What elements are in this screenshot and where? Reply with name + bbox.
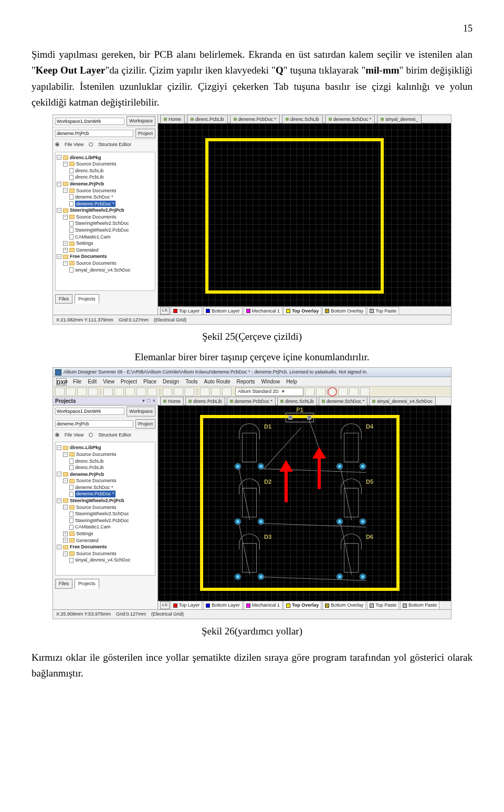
expander-icon[interactable]: −: [57, 208, 61, 213]
sidebar-tab-files[interactable]: Files: [55, 294, 72, 304]
component-d1[interactable]: D1: [234, 423, 265, 472]
toolbar-button[interactable]: [136, 388, 146, 396]
tree-item[interactable]: direnc.PcbLib: [75, 174, 104, 181]
toolbar-button[interactable]: [125, 388, 135, 396]
toolbar-button[interactable]: [66, 388, 76, 396]
workspace-combo[interactable]: [55, 408, 124, 415]
tree-item[interactable]: direnc.SchLib: [75, 168, 104, 174]
tab-direnc-schlib[interactable]: direnc.SchLib: [282, 114, 323, 123]
layer-top-overlay[interactable]: Top Overlay: [284, 307, 321, 315]
tree-item[interactable]: Settings: [76, 530, 93, 537]
tree-item[interactable]: deneme.SchDoc *: [75, 194, 113, 201]
tree-item-selected[interactable]: deneme.PcbDoc *: [75, 491, 116, 497]
expander-icon[interactable]: −: [63, 452, 68, 457]
tree-item[interactable]: Generated: [76, 537, 99, 544]
project-tree[interactable]: −direnc.LibPkg −Source Documents direnc.…: [55, 152, 155, 291]
tree-deneme-prj[interactable]: deneme.PrjPcb: [70, 181, 104, 188]
expander-icon[interactable]: −: [57, 445, 61, 450]
expander-icon[interactable]: −: [63, 505, 68, 509]
radio-structure[interactable]: [89, 433, 93, 437]
tree-direnc-libpkg[interactable]: direnc.LibPkg: [70, 154, 101, 161]
menu-window[interactable]: Window: [261, 378, 280, 386]
tree-item[interactable]: Free Documents: [70, 544, 107, 550]
component-d4[interactable]: D4: [335, 423, 367, 472]
project-tree[interactable]: −direnc.LibPkg −Source Documents direnc.…: [55, 442, 155, 576]
tree-source-docs[interactable]: Source Documents: [76, 188, 117, 194]
toolbar-button[interactable]: [222, 388, 232, 396]
expander-icon[interactable]: +: [63, 248, 68, 253]
menu-file[interactable]: File: [73, 378, 81, 386]
tree-free-docs[interactable]: Free Documents: [70, 253, 107, 260]
workspace-combo[interactable]: [55, 118, 124, 125]
dxp-button[interactable]: DXP: [56, 378, 67, 386]
expander-icon[interactable]: −: [57, 254, 61, 259]
layer-top[interactable]: Top Layer: [171, 601, 203, 609]
toolbar-button[interactable]: [327, 388, 337, 396]
expander-icon[interactable]: −: [57, 545, 61, 549]
tab-home[interactable]: Home: [160, 114, 185, 123]
tab-deneme-pcbdoc[interactable]: deneme.PcbDoc *: [230, 114, 280, 123]
tree-item-selected[interactable]: deneme.PcbDoc *: [75, 201, 116, 207]
tree-item[interactable]: CAMtastic1.Cam: [75, 234, 111, 241]
tree-item[interactable]: direnc.PcbLib: [75, 464, 104, 471]
radio-file-view[interactable]: [55, 433, 59, 437]
tree-item[interactable]: SteeringWheelv2.PrjPcb: [70, 497, 124, 504]
tab-sinyal[interactable]: sinyal_devresi_v4.SchDoc: [369, 397, 436, 405]
layer-bottom-paste[interactable]: Bottom Paste: [400, 601, 439, 609]
toolbar-button[interactable]: [174, 388, 183, 396]
tree-item[interactable]: SteeringWheelv2.PcbDoc: [75, 227, 129, 234]
tree-item[interactable]: sinyal_devresi_v4.SchDoc: [75, 267, 131, 274]
toolbar-button[interactable]: [148, 388, 157, 396]
layer-top[interactable]: Top Layer: [171, 307, 203, 315]
ls-button[interactable]: LS: [160, 307, 170, 315]
tab-sinyal[interactable]: sinyal_devresi_: [377, 114, 422, 123]
workspace-button[interactable]: Workspace: [127, 116, 155, 126]
menu-auto-route[interactable]: Auto Route: [204, 378, 230, 386]
panel-controls[interactable]: ▾ □ ×: [142, 397, 156, 404]
tree-item[interactable]: Source Documents: [76, 504, 117, 511]
layer-top-overlay[interactable]: Top Overlay: [284, 601, 321, 609]
menu-place[interactable]: Place: [143, 378, 156, 386]
sidebar-tab-projects[interactable]: Projects: [75, 579, 99, 588]
workspace-button[interactable]: Workspace: [127, 407, 155, 416]
expander-icon[interactable]: −: [63, 162, 68, 166]
menu-design[interactable]: Design: [163, 378, 179, 386]
toolbar-button[interactable]: [338, 388, 348, 396]
tab-direnc-pcblib[interactable]: direnc.PcbLib: [187, 114, 228, 123]
layer-mech1[interactable]: Mechanical 1: [244, 601, 282, 609]
toolbar-button[interactable]: [200, 388, 209, 396]
layer-mech1[interactable]: Mechanical 1: [244, 307, 282, 315]
project-combo[interactable]: [55, 130, 133, 137]
menu-help[interactable]: Help: [286, 378, 297, 386]
sidebar-tab-projects[interactable]: Projects: [75, 294, 99, 304]
menu-tools[interactable]: Tools: [185, 378, 197, 386]
layer-bottom-overlay[interactable]: Bottom Overlay: [322, 307, 366, 315]
expander-icon[interactable]: −: [57, 182, 61, 186]
menu-project[interactable]: Project: [121, 378, 137, 386]
toolbar-button[interactable]: [163, 388, 172, 396]
menu-view[interactable]: View: [103, 378, 114, 386]
tree-item[interactable]: SteeringWheelv2.PcbDoc: [75, 517, 129, 524]
menu-reports[interactable]: Reports: [237, 378, 255, 386]
tree-item[interactable]: Generated: [76, 247, 99, 254]
expander-icon[interactable]: +: [63, 538, 68, 543]
pcb-canvas[interactable]: [158, 123, 451, 306]
expander-icon[interactable]: −: [63, 551, 68, 556]
tab-home[interactable]: Home: [160, 397, 184, 405]
expander-icon[interactable]: −: [63, 478, 68, 483]
view-mode-combo[interactable]: Altium Standard 2D ▾: [235, 388, 303, 396]
tree-item[interactable]: SteeringWheelv2.SchDoc: [75, 511, 129, 517]
toolbar-button[interactable]: [305, 388, 314, 396]
tree-item[interactable]: sinyal_devresi_v4.SchDoc: [75, 557, 131, 564]
toolbar-button[interactable]: [55, 388, 65, 396]
project-button[interactable]: Project: [135, 419, 155, 429]
tree-item[interactable]: deneme.SchDoc *: [75, 484, 113, 491]
expander-icon[interactable]: −: [63, 215, 68, 220]
toolbar-button[interactable]: [211, 388, 220, 396]
project-button[interactable]: Project: [135, 129, 155, 138]
toolbar-button[interactable]: [360, 388, 370, 396]
tab-deneme-schdoc[interactable]: deneme.SchDoc *: [325, 114, 375, 123]
toolbar-button[interactable]: [316, 388, 326, 396]
layer-bottom[interactable]: Bottom Layer: [203, 601, 243, 609]
tree-item[interactable]: Source Documents: [76, 550, 117, 557]
